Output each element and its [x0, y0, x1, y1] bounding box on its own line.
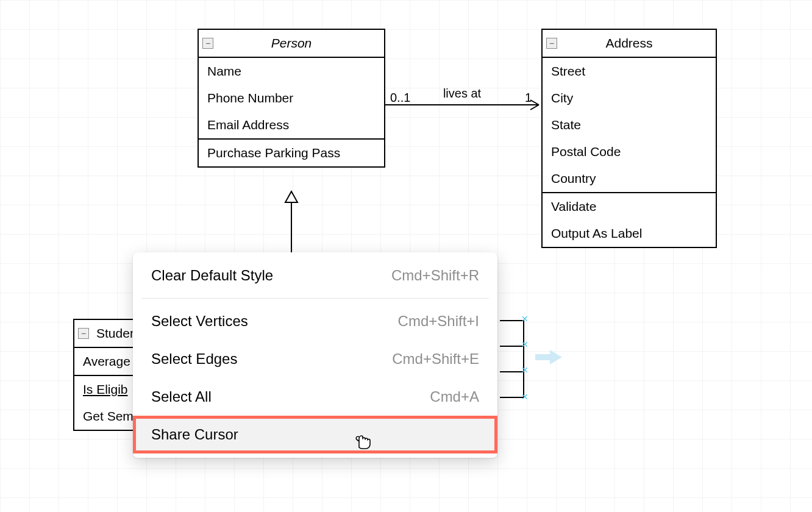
menu-item-label: Share Cursor	[151, 426, 238, 443]
context-menu[interactable]: Clear Default Style Cmd+Shift+R Select V…	[133, 252, 497, 458]
menu-item-shortcut: Cmd+Shift+R	[391, 267, 479, 284]
menu-item-label: Clear Default Style	[151, 267, 273, 284]
attribute[interactable]: Phone Number	[199, 85, 384, 112]
attribute[interactable]: Country	[543, 165, 716, 192]
class-person[interactable]: − Person Name Phone Number Email Address…	[198, 29, 385, 168]
diagram-canvas[interactable]: 0..1 1 lives at − Person Name Phone Numb…	[0, 0, 812, 512]
menu-item-label: Select All	[151, 388, 212, 405]
menu-item-clear-default-style[interactable]: Clear Default Style Cmd+Shift+R	[133, 257, 497, 294]
class-address-attributes: Street City State Postal Code Country	[543, 58, 716, 193]
assoc-target-mult: 1	[525, 91, 532, 104]
assoc-label: lives at	[443, 87, 482, 100]
class-address-operations: Validate Output As Label	[543, 193, 716, 247]
menu-item-shortcut: Cmd+Shift+I	[398, 313, 479, 330]
menu-item-label: Select Vertices	[151, 313, 248, 330]
class-title-text: Address	[605, 36, 652, 50]
connection-hint-arrow-icon[interactable]	[535, 349, 563, 366]
attribute[interactable]: City	[543, 85, 716, 112]
menu-item-select-edges[interactable]: Select Edges Cmd+Shift+E	[133, 340, 497, 378]
svg-marker-3	[535, 350, 562, 364]
attribute[interactable]: Street	[543, 58, 716, 85]
operation[interactable]: Validate	[543, 193, 716, 220]
operation[interactable]: Purchase Parking Pass	[199, 140, 384, 166]
menu-item-select-vertices[interactable]: Select Vertices Cmd+Shift+I	[133, 302, 497, 340]
menu-item-label: Select Edges	[151, 350, 237, 368]
attribute[interactable]: Postal Code	[543, 138, 716, 165]
attribute[interactable]: State	[543, 112, 716, 138]
class-person-title[interactable]: − Person	[199, 30, 384, 58]
class-address[interactable]: − Address Street City State Postal Code …	[541, 29, 717, 248]
assoc-source-mult: 0..1	[390, 91, 410, 104]
attribute[interactable]: Email Address	[199, 112, 384, 138]
collapse-icon[interactable]: −	[546, 38, 557, 49]
menu-item-select-all[interactable]: Select All Cmd+A	[133, 378, 497, 416]
collapse-icon[interactable]: −	[202, 38, 213, 49]
class-person-attributes: Name Phone Number Email Address	[199, 58, 384, 140]
menu-item-share-cursor[interactable]: Share Cursor	[133, 416, 497, 453]
menu-item-shortcut: Cmd+A	[430, 388, 479, 405]
selected-class-fragment[interactable]	[500, 319, 524, 397]
collapse-icon[interactable]: −	[78, 328, 89, 339]
class-title-text: Person	[271, 36, 312, 50]
svg-marker-2	[285, 191, 297, 202]
operation[interactable]: Output As Label	[543, 220, 716, 247]
attribute[interactable]: Name	[199, 58, 384, 85]
class-address-title[interactable]: − Address	[543, 30, 716, 58]
menu-separator	[141, 298, 489, 299]
class-person-operations: Purchase Parking Pass	[199, 140, 384, 166]
menu-item-shortcut: Cmd+Shift+E	[392, 350, 479, 368]
